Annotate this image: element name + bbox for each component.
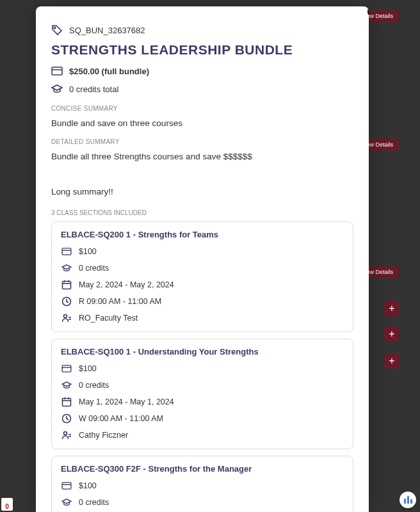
bundle-details-modal: ✕ SQ_BUN_32637682 STRENGTHS LEADERSHIP B… [36,6,369,512]
class-sections-label: 3 CLASS SECTIONS INCLUDED [51,209,353,216]
section-price: $100 [79,247,97,256]
svg-rect-19 [62,483,71,489]
notification-badge[interactable]: 0 [1,498,13,511]
section-credits: 0 credits [79,381,109,390]
section-instructor: Cathy Ficzner [79,431,128,440]
svg-rect-1 [52,67,62,75]
calendar-icon [61,396,72,408]
bars-icon [404,496,412,504]
section-dates: May 2, 2024 - May 2, 2024 [79,280,174,289]
graduation-cap-icon [61,262,72,274]
section-price: $100 [79,364,97,373]
svg-rect-13 [63,399,71,406]
calendar-icon [61,279,72,291]
add-button[interactable]: + [384,353,400,369]
sku-value: SQ_BUN_32637682 [69,26,145,35]
svg-point-10 [64,315,67,318]
section-credits: 0 credits [79,498,109,507]
section-price: $100 [79,481,97,490]
svg-point-18 [64,432,67,435]
bundle-price: $250.00 (full bundle) [69,67,149,76]
class-section-card[interactable]: ELBACE-SQ200 1 - Strengths for Teams $10… [51,221,353,332]
bundle-title: STRENGTHS LEADERSHIP BUNDLE [51,42,353,58]
svg-rect-11 [62,365,71,372]
bundle-credits: 0 credits total [69,84,118,94]
detailed-summary-label: DETAILED SUMMARY [51,138,353,145]
person-icon [61,312,72,324]
clock-icon [61,296,72,307]
clock-icon [61,413,72,424]
detailed-summary-text: Bundle all three Strengths courses and s… [51,152,353,161]
svg-rect-5 [63,282,71,289]
graduation-cap-icon [51,83,63,95]
tag-icon [51,24,63,36]
section-title: ELBACE-SQ100 1 - Understanding Your Stre… [61,347,344,356]
section-dates: May 1, 2024 - May 1, 2024 [79,397,174,406]
add-button[interactable]: + [384,326,400,342]
credit-card-icon [51,65,63,77]
section-instructor: RO_Faculty Test [79,314,138,323]
add-button[interactable]: + [384,301,400,316]
section-time: W 09:00 AM - 11:00 AM [79,414,163,423]
section-title: ELBACE-SQ300 F2F - Strengths for the Man… [61,464,344,474]
svg-rect-3 [62,248,71,255]
graduation-cap-icon [61,497,72,508]
concise-summary-label: CONCISE SUMMARY [51,105,353,112]
person-icon [61,429,72,441]
credit-card-icon [61,363,72,374]
svg-point-0 [54,27,56,29]
class-section-card[interactable]: ELBACE-SQ300 F2F - Strengths for the Man… [51,456,353,512]
section-credits: 0 credits [79,264,109,273]
chat-widget-button[interactable] [400,492,416,508]
credit-card-icon [61,480,72,492]
concise-summary-text: Bundle and save on three courses [51,118,353,128]
class-section-card[interactable]: ELBACE-SQ100 1 - Understanding Your Stre… [51,339,353,449]
long-summary-text: Long summary!! [51,187,353,196]
graduation-cap-icon [61,380,72,391]
section-time: R 09:00 AM - 11:00 AM [79,297,161,306]
credit-card-icon [61,246,72,257]
section-title: ELBACE-SQ200 1 - Strengths for Teams [61,230,344,239]
